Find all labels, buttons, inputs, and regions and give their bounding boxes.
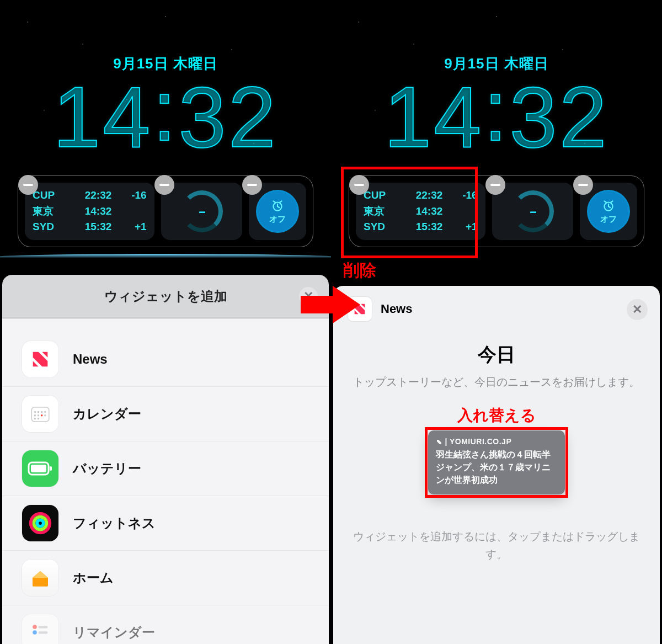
list-item-calendar[interactable]: カレンダー [2, 387, 329, 441]
phone-left: 9月15日 木曜日 14:32 CUP 22:32 -16 東京 14:32 [0, 0, 331, 644]
widget-row: CUP 22:32 -16 東京 14:32 SYD 15:32 +1 [18, 175, 313, 247]
svg-point-19 [33, 630, 37, 635]
alarm-widget[interactable]: オフ [249, 183, 306, 240]
svg-point-6 [34, 414, 36, 417]
svg-point-3 [38, 411, 40, 413]
list-item-home[interactable]: ホーム [2, 551, 329, 605]
gauge-ring-icon: -- [181, 190, 223, 232]
fitness-app-icon [22, 505, 58, 541]
list-item-label: フィットネス [73, 514, 156, 532]
svg-point-17 [37, 520, 44, 526]
wc-time: 22:32 [74, 188, 111, 204]
home-icon [29, 566, 52, 589]
list-item-label: News [73, 352, 108, 367]
svg-rect-1 [31, 407, 49, 422]
alarm-label: オフ [600, 214, 617, 225]
wc-offset: +1 [122, 219, 147, 235]
news-widget-sheet: News ✕ 今日 トップストーリーなど、今日のニュースをお届けします。 入れ替… [333, 286, 660, 644]
fitness-rings-icon [28, 510, 53, 536]
activity-gauge-widget[interactable]: -- [161, 183, 243, 240]
sheet-header: ウィジェットを追加 ✕ [2, 275, 329, 318]
list-item-label: バッテリー [73, 460, 141, 477]
news-widget-preview[interactable]: | YOMIURI.CO.JP 羽生結弦さん挑戦の４回転半ジャンプ、米の１７歳マ… [428, 430, 565, 494]
svg-point-7 [38, 414, 40, 417]
wc-city: 東京 [33, 204, 63, 220]
time-m: 32 [510, 70, 609, 165]
home-app-icon [22, 560, 58, 596]
calendar-icon [29, 402, 52, 425]
news-app-icon [22, 341, 58, 377]
table-row: CUP 22:32 -16 [33, 188, 147, 204]
remove-widget-button[interactable] [485, 175, 505, 195]
sheet-header: News ✕ [333, 286, 660, 332]
news-icon [29, 348, 51, 370]
gauge-value: -- [516, 195, 549, 228]
sheet-title: ウィジェットを追加 [104, 288, 227, 305]
remove-widget-button[interactable] [573, 175, 593, 195]
svg-point-5 [44, 411, 46, 413]
add-widget-hint: ウィジェットを追加するには、タップまたはドラッグします。 [333, 494, 660, 563]
phone-right: 9月15日 木曜日 14:32 CUP 22:32 -16 東京 14:32 [331, 0, 662, 644]
reminders-app-icon [22, 614, 58, 644]
add-widget-sheet: ウィジェットを追加 ✕ News カレンダー [2, 275, 329, 644]
list-item-battery[interactable]: バッテリー [2, 441, 329, 496]
svg-point-10 [34, 418, 36, 420]
annotation-swap-label: 入れ替える [333, 405, 660, 426]
list-item-fitness[interactable]: フィットネス [2, 496, 329, 551]
list-item-reminders[interactable]: リマインダー [2, 605, 329, 644]
wc-offset [122, 204, 147, 220]
svg-point-9 [44, 414, 46, 417]
svg-rect-21 [39, 631, 48, 634]
svg-rect-13 [31, 465, 46, 472]
close-sheet-button[interactable]: ✕ [627, 299, 648, 320]
lockscreen-time: 14:32 [0, 74, 331, 160]
gauge-ring-icon: -- [512, 190, 554, 232]
svg-rect-14 [50, 466, 52, 471]
list-item-news[interactable]: News [2, 332, 329, 387]
svg-rect-20 [39, 626, 48, 628]
gauge-value: -- [185, 195, 218, 228]
activity-gauge-widget[interactable]: -- [492, 183, 574, 240]
svg-point-4 [41, 411, 43, 413]
news-source: | YOMIURI.CO.JP [436, 437, 557, 446]
widget-kind-subtitle: トップストーリーなど、今日のニュースをお届けします。 [333, 368, 660, 391]
alarm-clock-icon [270, 199, 285, 213]
wc-city: SYD [33, 219, 63, 235]
wc-city: CUP [33, 188, 63, 204]
wc-time: 14:32 [74, 204, 111, 220]
remove-widget-button[interactable] [154, 175, 174, 195]
svg-point-8 [41, 414, 43, 417]
time-h: 14 [53, 70, 152, 165]
list-item-label: リマインダー [73, 624, 155, 641]
world-clock-table: CUP 22:32 -16 東京 14:32 SYD 15:32 +1 [25, 188, 154, 235]
time-h: 14 [384, 70, 483, 165]
world-clock-widget[interactable]: CUP 22:32 -16 東京 14:32 SYD 15:32 +1 [25, 183, 154, 240]
alarm-circle: オフ [256, 190, 299, 233]
news-source-text: | YOMIURI.CO.JP [445, 437, 511, 446]
lockscreen-time: 14:32 [331, 74, 662, 160]
time-colon: : [483, 63, 509, 158]
time-colon: : [152, 63, 178, 158]
alarm-widget[interactable]: オフ [580, 183, 637, 240]
widget-app-list: News カレンダー バッテリー [2, 318, 329, 644]
calendar-app-icon [22, 396, 58, 432]
alarm-circle: オフ [587, 190, 630, 233]
list-item-label: ホーム [73, 569, 114, 587]
wc-offset: -16 [122, 188, 147, 204]
widget-kind-title: 今日 [333, 342, 660, 368]
list-item-label: カレンダー [73, 405, 141, 423]
table-row: SYD 15:32 +1 [33, 219, 147, 235]
svg-point-11 [38, 418, 40, 420]
alarm-clock-icon [601, 199, 616, 213]
remove-widget-button[interactable] [242, 175, 262, 195]
time-m: 32 [179, 70, 278, 165]
table-row: 東京 14:32 [33, 204, 147, 220]
reminders-icon [29, 621, 51, 643]
battery-icon [28, 461, 53, 476]
flow-arrow-icon [301, 286, 361, 323]
alarm-label: オフ [269, 214, 286, 225]
news-icon [436, 439, 442, 445]
battery-app-icon [22, 450, 58, 487]
wc-time: 15:32 [74, 219, 111, 235]
remove-widget-button[interactable] [18, 175, 38, 195]
